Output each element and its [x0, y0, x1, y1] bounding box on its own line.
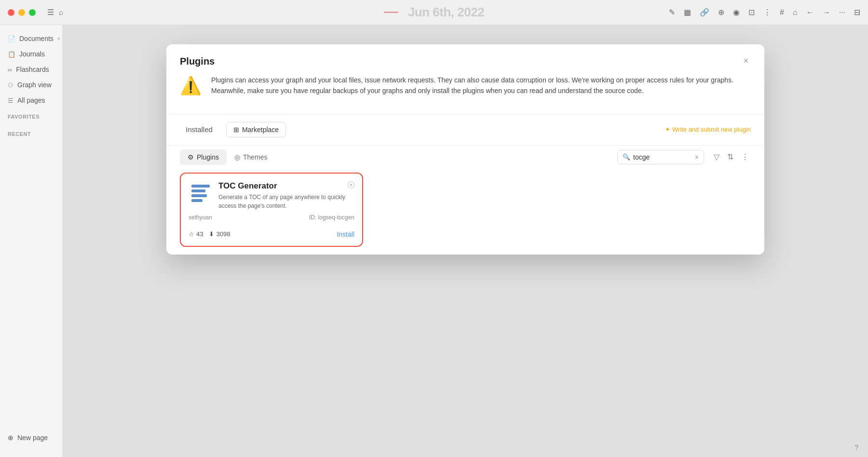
favorites-section: FAVORITES	[0, 108, 62, 121]
plugin-description: Generate a TOC of any page anywhere to q…	[218, 193, 354, 210]
modal-title: Plugins	[180, 56, 751, 67]
close-button[interactable]	[8, 9, 14, 16]
hamburger-icon[interactable]: ☰	[47, 8, 54, 17]
modal-header: Plugins × ⚠️ Plugins can access your gra…	[166, 44, 764, 114]
plugins-modal: Plugins × ⚠️ Plugins can access your gra…	[166, 44, 764, 255]
calendar-icon[interactable]: ▦	[684, 8, 691, 17]
search-input[interactable]	[633, 153, 692, 161]
plugin-downloads: ⬇ 3098	[209, 230, 230, 238]
date-text: Jun 6th, 2022	[408, 5, 484, 20]
sidebar-flashcards-label: Flashcards	[16, 66, 49, 73]
search-box-icon: 🔍	[623, 153, 630, 161]
search-clear-icon[interactable]: ×	[695, 153, 699, 161]
plugin-stars: ☆ 43	[189, 230, 203, 238]
search-box: 🔍 ×	[617, 150, 704, 164]
home-icon[interactable]: ⌂	[793, 8, 798, 17]
tab-row: ⚙ Plugins ◎ Themes	[180, 149, 275, 165]
app-layout: 📄 Documents ▾ 📋 Journals ∞ Flashcards ⚇ …	[0, 25, 868, 457]
documents-icon: 📄	[8, 35, 15, 42]
write-plugin-link[interactable]: ✦ Write and submit new plugin	[665, 126, 751, 133]
collapse-icon[interactable]: ⊡	[748, 8, 755, 17]
expand-icon[interactable]: ···	[839, 8, 845, 17]
download-icon: ⬇	[209, 230, 214, 238]
flashcards-icon: ∞	[8, 66, 12, 73]
sidebar-documents-label: Documents	[19, 35, 54, 42]
logo-line-1	[191, 185, 210, 188]
sidebar-item-documents[interactable]: 📄 Documents ▾	[0, 31, 62, 46]
warning-banner: ⚠️ Plugins can access your graph and you…	[180, 75, 751, 106]
logo-line-4	[191, 199, 203, 202]
plugin-grid: TOC Generator Generate a TOC of any page…	[166, 165, 764, 255]
more-icon2[interactable]: ⋮	[763, 8, 771, 17]
sidebar-item-all-pages[interactable]: ☰ All pages	[0, 93, 62, 108]
sidebar-item-flashcards[interactable]: ∞ Flashcards	[0, 62, 62, 77]
filter-icons: ▽ ⇅ ⋮	[712, 150, 751, 163]
date-display: Jun 6th, 2022	[384, 5, 484, 20]
themes-tab-icon: ◎	[234, 153, 240, 161]
plugin-logo	[189, 181, 213, 205]
sidebar-item-graph-view[interactable]: ⚇ Graph view	[0, 77, 62, 93]
plugin-icon[interactable]: ⊕	[718, 8, 724, 17]
sidebar: 📄 Documents ▾ 📋 Journals ∞ Flashcards ⚇ …	[0, 25, 63, 457]
plugin-stats: ☆ 43 ⬇ 3098	[189, 230, 230, 238]
all-pages-icon: ☰	[8, 97, 14, 104]
logo-line-3	[191, 194, 207, 197]
tab-plugins[interactable]: ⚙ Plugins	[180, 149, 227, 165]
sidebar-journals-label: Journals	[19, 50, 45, 58]
plugin-name: TOC Generator	[218, 181, 354, 191]
sort-icon[interactable]: ⇅	[725, 150, 735, 163]
plugin-info: TOC Generator Generate a TOC of any page…	[218, 181, 354, 210]
plugins-tab-icon: ⚙	[188, 153, 194, 161]
sidebar-toggle-icon[interactable]: ⊟	[854, 8, 860, 17]
search-icon[interactable]: ⌕	[59, 8, 64, 17]
recent-section: RECENT	[0, 125, 62, 139]
warning-text: Plugins can access your graph and your l…	[211, 75, 751, 96]
marketplace-icon: ⊞	[233, 126, 239, 134]
logo-line-2	[191, 189, 205, 192]
graph-icon2[interactable]: ◉	[733, 8, 740, 17]
forward-icon[interactable]: →	[823, 8, 830, 17]
marketplace-button[interactable]: ⊞ Marketplace	[226, 122, 286, 137]
plugin-author: sethyuan	[189, 214, 212, 221]
modal-close-button[interactable]: ×	[739, 54, 753, 67]
maximize-button[interactable]	[29, 9, 36, 16]
write-icon: ✦	[665, 126, 670, 133]
modal-overlay: Plugins × ⚠️ Plugins can access your gra…	[63, 25, 868, 457]
documents-chevron: ▾	[57, 36, 60, 42]
sidebar-item-journals[interactable]: 📋 Journals	[0, 46, 62, 62]
main-content: Jun 6th, 2022 Plugins × ⚠️ Plugins can a…	[63, 25, 868, 457]
sidebar-allpages-label: All pages	[17, 96, 45, 104]
titlebar: ☰ ⌕ Jun 6th, 2022 ✎ ▦ 🔗 ⊕ ◉ ⊡ ⋮ # ⌂ ← → …	[0, 0, 868, 25]
tag-icon[interactable]: #	[780, 8, 784, 17]
plugin-id: ID: logseq-tocgen	[309, 214, 354, 221]
link-icon[interactable]: 🔗	[700, 8, 709, 17]
filter-icon[interactable]: ▽	[712, 150, 721, 163]
plugin-card-toc-generator[interactable]: TOC Generator Generate a TOC of any page…	[180, 173, 363, 247]
plugin-footer: ☆ 43 ⬇ 3098 Install	[189, 227, 354, 238]
traffic-lights	[8, 9, 36, 16]
install-button[interactable]: Install	[337, 230, 354, 238]
plugin-card-header: TOC Generator Generate a TOC of any page…	[189, 181, 354, 210]
search-filter-area: 🔍 × ▽ ⇅ ⋮	[617, 150, 751, 164]
more-options-icon[interactable]: ⋮	[739, 150, 751, 163]
installed-tab[interactable]: Installed	[180, 122, 218, 136]
github-icon[interactable]: ⦿	[347, 180, 355, 190]
install-toggle-row: Installed ⊞ Marketplace ✦ Write and subm…	[166, 114, 764, 146]
journals-icon: 📋	[8, 51, 15, 58]
warning-icon: ⚠️	[180, 76, 202, 96]
tab-themes[interactable]: ◎ Themes	[227, 149, 275, 165]
sidebar-bottom: ⊕ New page	[0, 424, 62, 451]
minimize-button[interactable]	[18, 9, 25, 16]
new-page-icon: ⊕	[8, 434, 14, 442]
toolbar-icons: ✎ ▦ 🔗 ⊕ ◉ ⊡ ⋮ # ⌂ ← → ··· ⊟	[669, 8, 860, 17]
star-icon: ☆	[189, 230, 194, 238]
new-page-button[interactable]: ⊕ New page	[0, 430, 62, 445]
edit-icon[interactable]: ✎	[669, 8, 675, 17]
sidebar-graph-label: Graph view	[17, 81, 52, 89]
back-icon[interactable]: ←	[806, 8, 814, 17]
graph-view-icon: ⚇	[8, 81, 14, 89]
